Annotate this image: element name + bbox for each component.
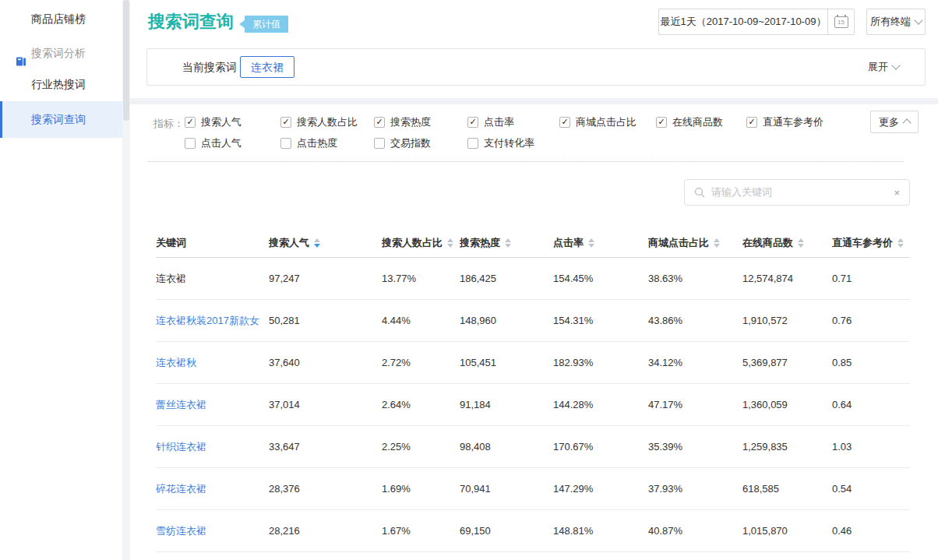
cell-value: 28,216 (269, 510, 382, 552)
keywords-table: 关键词搜索人气搜索人数占比搜索热度点击率商城点击占比在线商品数直通车参考价 连衣… (156, 228, 910, 552)
column-header-label: 点击率 (553, 237, 584, 248)
cell-value: 97,247 (269, 258, 382, 300)
sort-caret-icon[interactable] (897, 238, 904, 248)
date-range-picker[interactable]: 最近1天（2017-10-09~2017-10-09） 15 (658, 9, 855, 35)
cell-value: 2.72% (382, 342, 460, 384)
date-range-label: 最近1天（2017-10-09~2017-10-09） (659, 9, 827, 34)
expand-toggle[interactable]: 展开 (868, 49, 899, 85)
column-header-6[interactable]: 商城点击占比 (648, 228, 742, 258)
current-keyword-chip[interactable]: 连衣裙 (240, 56, 294, 78)
section-divider (130, 98, 938, 104)
metric-checkbox-item[interactable]: 商城点击占比 (559, 115, 656, 129)
sort-caret-icon[interactable] (314, 238, 320, 248)
sort-caret-icon[interactable] (798, 238, 804, 248)
metric-checkbox-item[interactable]: 交易指数 (374, 136, 467, 150)
cell-value: 91,184 (460, 384, 553, 426)
current-search-label: 当前搜索词： (182, 49, 248, 85)
metric-label: 点击人气 (201, 136, 242, 150)
metric-checkbox-item[interactable]: 点击热度 (280, 136, 374, 150)
metric-checkbox-item[interactable]: 直通车参考价 (746, 115, 863, 129)
cell-value: 33,647 (269, 426, 382, 468)
cell-value: 40.87% (648, 510, 742, 552)
keyword-link[interactable]: 连衣裙秋 (156, 357, 196, 368)
cell-value: 1,015,870 (742, 510, 832, 552)
metric-label: 搜索人数占比 (297, 115, 358, 129)
checkbox-checked-icon[interactable] (374, 117, 385, 128)
keyword-link[interactable]: 连衣裙秋装2017新款女 (156, 315, 259, 326)
sidebar-item-label: 行业热搜词 (31, 78, 86, 90)
sidebar-item-2[interactable]: 搜索词分析 (0, 37, 122, 69)
sidebar-item-4[interactable]: 搜索词查询 (0, 101, 122, 138)
terminal-label: 所有终端 (870, 15, 911, 29)
metric-checkbox-item[interactable]: 搜索人数占比 (280, 115, 374, 129)
cell-value: 47.17% (648, 384, 742, 426)
metric-checkbox-item[interactable]: 点击率 (467, 115, 559, 129)
sidebar-item-3[interactable]: 行业热搜词 (0, 69, 122, 100)
cell-value: 148.81% (553, 510, 648, 552)
column-header-4[interactable]: 搜索热度 (460, 228, 553, 258)
clear-search-icon[interactable]: × (894, 188, 900, 198)
sidebar-item-label: 搜索词分析 (31, 47, 86, 59)
keyword-link[interactable]: 针织连衣裙 (156, 441, 206, 453)
metric-checkbox-item[interactable]: 点击人气 (185, 136, 280, 150)
keyword-text: 连衣裙 (156, 273, 186, 284)
cell-value: 43.86% (648, 300, 742, 342)
checkbox-checked-icon[interactable] (746, 117, 757, 128)
column-header-5[interactable]: 点击率 (553, 228, 648, 258)
checkbox-unchecked-icon[interactable] (467, 138, 478, 149)
checkbox-unchecked-icon[interactable] (374, 138, 385, 149)
more-metrics-button[interactable]: 更多 (870, 111, 919, 133)
table-row: 蕾丝连衣裙37,0142.64%91,184144.28%47.17%1,360… (156, 384, 910, 426)
cell-value: 34.12% (648, 342, 742, 384)
cell-value: 154.31% (553, 300, 648, 342)
checkbox-checked-icon[interactable] (280, 117, 291, 128)
scrollbar-thumb[interactable] (123, 0, 129, 121)
checkbox-checked-icon[interactable] (467, 117, 478, 128)
sort-caret-icon[interactable] (714, 238, 720, 248)
metric-label: 直通车参考价 (763, 115, 823, 129)
table-row: 连衣裙97,24713.77%186,425154.45%38.63%12,57… (156, 258, 910, 300)
page-title: 搜索词查询 (148, 10, 234, 33)
cell-value: 182.93% (553, 342, 648, 384)
checkbox-checked-icon[interactable] (559, 117, 570, 128)
chevron-down-icon (891, 61, 900, 69)
column-header-3[interactable]: 搜索人数占比 (382, 228, 460, 258)
cell-value: 2.64% (382, 384, 460, 426)
cell-value: 144.28% (553, 384, 648, 426)
checkbox-unchecked-icon[interactable] (280, 138, 291, 149)
keyword-link[interactable]: 碎花连衣裙 (156, 483, 206, 495)
column-header-label: 关键词 (156, 237, 186, 248)
table-row: 雪纺连衣裙28,2161.67%69,150148.81%40.87%1,015… (156, 510, 910, 552)
scrollbar-track[interactable] (122, 0, 130, 560)
metric-checkbox-item[interactable]: 支付转化率 (467, 136, 577, 150)
checkbox-unchecked-icon[interactable] (185, 138, 196, 149)
sidebar-item-1[interactable]: 商品店铺榜 (0, 3, 122, 34)
column-header-7[interactable]: 在线商品数 (742, 228, 832, 258)
sort-caret-icon[interactable] (505, 238, 511, 248)
column-header-2[interactable]: 搜索人气 (269, 228, 382, 258)
cell-value: 0.46 (832, 510, 910, 552)
cell-value: 37.93% (648, 468, 742, 510)
cell-value: 618,585 (742, 468, 832, 510)
metric-checkbox-item[interactable]: 搜索热度 (374, 115, 467, 129)
keyword-search-input[interactable]: 请输入关键词 × (684, 179, 910, 206)
column-header-label: 搜索人数占比 (382, 237, 443, 248)
cell-value: 0.54 (832, 468, 910, 510)
checkbox-checked-icon[interactable] (185, 117, 196, 128)
checkbox-checked-icon[interactable] (656, 117, 667, 128)
column-header-label: 在线商品数 (742, 237, 793, 248)
cell-value: 69,150 (460, 510, 553, 552)
cell-value: 147.29% (553, 468, 648, 510)
cell-value: 0.85 (832, 342, 910, 384)
terminal-dropdown[interactable]: 所有终端 (866, 9, 926, 35)
calendar-button[interactable]: 15 (828, 9, 854, 34)
column-header-8[interactable]: 直通车参考价 (832, 228, 910, 258)
keyword-link[interactable]: 蕾丝连衣裙 (156, 399, 206, 410)
sort-caret-icon[interactable] (447, 238, 453, 248)
column-header-label: 直通车参考价 (832, 237, 893, 248)
sort-caret-icon[interactable] (588, 238, 594, 248)
metric-checkbox-item[interactable]: 搜索人气 (185, 115, 280, 129)
cell-value: 2.25% (382, 426, 460, 468)
metric-checkbox-item[interactable]: 在线商品数 (656, 115, 746, 129)
keyword-link[interactable]: 雪纺连衣裙 (156, 525, 206, 537)
